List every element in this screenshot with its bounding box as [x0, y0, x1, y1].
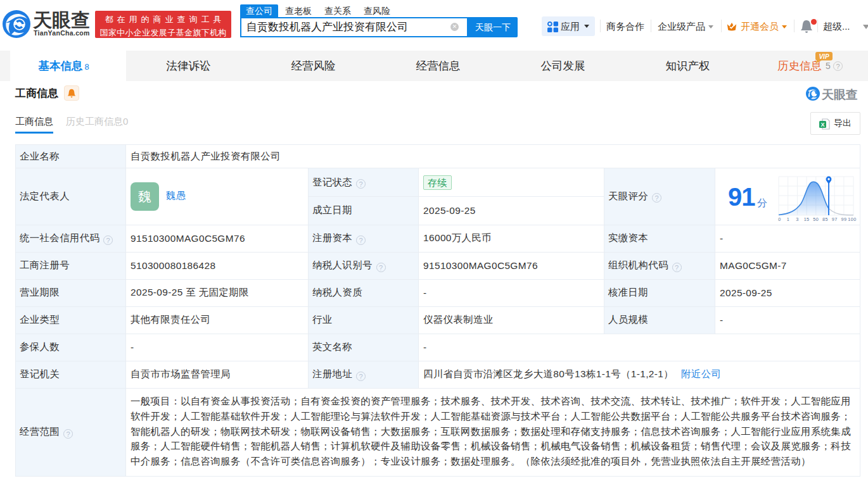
svg-text:3: 3	[796, 216, 798, 222]
svg-text:天眼查: 天眼查	[821, 88, 858, 101]
svg-text:X: X	[820, 122, 824, 128]
svg-text:1: 1	[787, 216, 789, 222]
svg-text:97: 97	[832, 216, 838, 222]
svg-text:0: 0	[778, 216, 781, 222]
svg-text:15: 15	[804, 216, 810, 222]
svg-text:85: 85	[822, 216, 828, 222]
svg-text:50: 50	[813, 216, 819, 222]
svg-text:99: 99	[841, 216, 846, 222]
svg-text:VIP: VIP	[819, 53, 829, 60]
svg-text:100: 100	[848, 216, 856, 222]
